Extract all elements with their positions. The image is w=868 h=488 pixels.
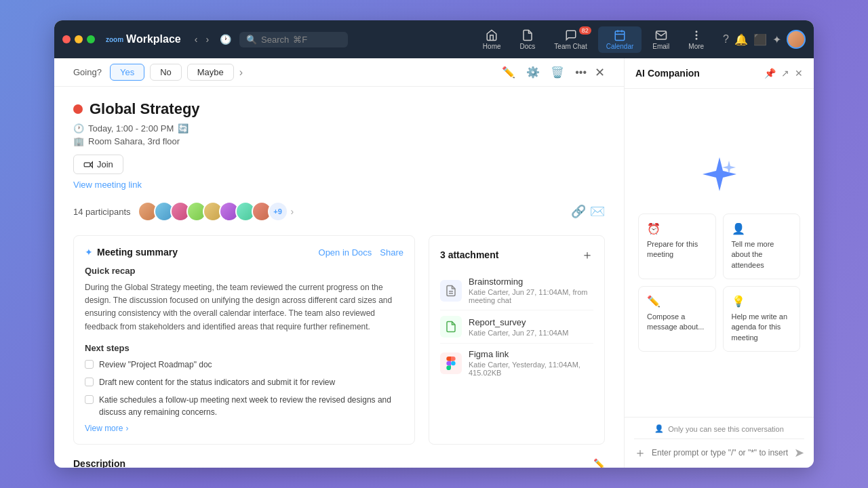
ai-privacy-text: Only you can see this conversation: [668, 425, 784, 433]
event-color-dot: [73, 104, 83, 114]
settings-gear-icon[interactable]: ⚙️: [526, 66, 540, 79]
person-icon: 👤: [732, 222, 792, 235]
no-button[interactable]: No: [150, 64, 182, 81]
attachments-header: 3 attachment ＋: [440, 247, 593, 263]
attachment-info: Figma link Katie Carter, Yesterday, 11:0…: [469, 349, 593, 377]
event-toolbar: Going? Yes No Maybe › ✏️ ⚙️ 🗑️ ••• ✕: [54, 58, 624, 87]
trash-icon[interactable]: 🗑️: [551, 66, 564, 79]
nav-docs[interactable]: Docs: [512, 26, 544, 53]
chevron-more-icon[interactable]: ›: [239, 66, 243, 79]
join-icon: [83, 160, 93, 169]
center-panel: Going? Yes No Maybe › ✏️ ⚙️ 🗑️ ••• ✕ Glo…: [54, 58, 624, 468]
copy-link-icon[interactable]: 🔗: [571, 204, 586, 219]
nav-home[interactable]: Home: [475, 26, 509, 53]
search-box[interactable]: 🔍 Search ⌘F: [239, 32, 348, 47]
ai-suggestion-text: Help me write an agenda for this meeting: [732, 312, 792, 343]
ai-pin-icon[interactable]: 📌: [764, 68, 776, 79]
recurring-icon: 🔄: [178, 123, 189, 134]
description-header: Description ✏️: [73, 458, 605, 468]
more-options-icon[interactable]: •••: [575, 66, 587, 79]
edit-description-icon[interactable]: ✏️: [593, 458, 605, 468]
open-in-docs-link[interactable]: Open in Docs: [319, 247, 372, 258]
attachment-meta: Katie Carter, Jun 27, 11:04AM: [469, 329, 593, 337]
ai-add-button[interactable]: ＋: [634, 445, 646, 461]
settings-icon[interactable]: ⬛: [753, 33, 767, 46]
ai-prompt-input[interactable]: [652, 448, 789, 458]
nav-more-label: More: [688, 43, 704, 50]
nav-more[interactable]: More: [680, 26, 712, 53]
yes-button[interactable]: Yes: [110, 64, 144, 81]
participant-action-icons: 🔗 ✉️: [571, 204, 605, 219]
ai-suggestion-compose[interactable]: ✏️ Compose a message about...: [638, 286, 716, 352]
next-step-item: Katie schedules a follow-up meeting next…: [85, 394, 403, 418]
back-arrow[interactable]: ‹: [192, 33, 201, 46]
join-label: Join: [97, 159, 113, 169]
ai-close-icon[interactable]: ✕: [795, 68, 803, 79]
history-button[interactable]: 🕐: [220, 34, 231, 45]
ai-send-button[interactable]: ➤: [794, 445, 804, 460]
ai-suggestion-text: Tell me more about the attendees: [732, 239, 792, 270]
meeting-summary-section: ✦ Meeting summary Open in Docs Share Qui…: [73, 235, 415, 445]
join-button[interactable]: Join: [73, 155, 123, 174]
ai-icon[interactable]: ✦: [772, 33, 781, 46]
help-icon[interactable]: ?: [723, 33, 729, 45]
pencil-square-icon: ✏️: [647, 295, 707, 308]
participants-chevron-icon[interactable]: ›: [291, 206, 294, 217]
maximize-traffic-light[interactable]: [87, 35, 95, 43]
two-col-section: ✦ Meeting summary Open in Docs Share Qui…: [73, 235, 605, 445]
ai-suggestion-attendees[interactable]: 👤 Tell me more about the attendees: [723, 214, 801, 279]
notifications-icon[interactable]: 🔔: [734, 33, 748, 46]
checkbox[interactable]: [85, 395, 94, 404]
svg-point-6: [696, 38, 697, 39]
attachment-item[interactable]: Figma link Katie Carter, Yesterday, 11:0…: [440, 344, 593, 382]
checkbox[interactable]: [85, 360, 94, 369]
nav-email[interactable]: Email: [644, 26, 677, 53]
svg-marker-8: [90, 161, 93, 167]
nav-home-label: Home: [483, 43, 501, 50]
description-section: Description ✏️ Hi team, I would love us …: [73, 458, 605, 468]
checkbox[interactable]: [85, 378, 94, 386]
forward-arrow[interactable]: ›: [203, 33, 212, 46]
main-nav: Home Docs 82 Team Chat Calendar Email: [475, 26, 712, 53]
minimize-traffic-light[interactable]: [75, 35, 83, 43]
view-meeting-link[interactable]: View meeting link: [73, 180, 142, 190]
close-traffic-light[interactable]: [62, 35, 71, 43]
clock-icon: 🕐: [73, 123, 84, 134]
ai-privacy-notice: 👤 Only you can see this conversation: [634, 424, 804, 433]
user-avatar[interactable]: [787, 30, 806, 49]
ai-external-icon[interactable]: ↗: [781, 68, 789, 79]
svg-rect-7: [84, 163, 90, 167]
ai-suggestion-prepare[interactable]: ⏰ Prepare for this meeting: [638, 214, 716, 279]
event-meta: 🕐 Today, 1:00 - 2:00 PM 🔄 🏢 Room Sahara,…: [73, 123, 605, 146]
lightbulb-icon: 💡: [732, 295, 792, 308]
team-chat-badge: 82: [579, 26, 591, 35]
share-link[interactable]: Share: [380, 247, 403, 258]
zoom-label: zoom: [106, 36, 123, 43]
pencil-icon[interactable]: ✏️: [502, 66, 515, 79]
nav-calendar[interactable]: Calendar: [598, 26, 642, 53]
nav-docs-label: Docs: [520, 43, 536, 50]
participants-count: 14 participants: [73, 207, 131, 217]
event-time-row: 🕐 Today, 1:00 - 2:00 PM 🔄: [73, 123, 605, 134]
maybe-button[interactable]: Maybe: [187, 64, 234, 81]
view-more-link[interactable]: View more ›: [85, 424, 403, 433]
ai-header-icons: 📌 ↗ ✕: [764, 68, 803, 79]
quick-recap-title: Quick recap: [85, 266, 403, 276]
email-participants-icon[interactable]: ✉️: [590, 204, 605, 219]
nav-team-chat[interactable]: 82 Team Chat: [546, 26, 595, 53]
attachment-icon-figma: [440, 352, 462, 374]
attachment-item[interactable]: Report_survey Katie Carter, Jun 27, 11:0…: [440, 310, 593, 344]
ai-suggestion-agenda[interactable]: 💡 Help me write an agenda for this meeti…: [723, 286, 801, 352]
svg-rect-0: [615, 31, 625, 41]
summary-links: Open in Docs Share: [319, 247, 403, 258]
attachment-name: Brainstorming: [469, 277, 593, 287]
attachments-title: 3 attachment: [440, 249, 498, 260]
add-attachment-button[interactable]: ＋: [581, 247, 593, 263]
attachment-item[interactable]: Brainstorming Katie Carter, Jun 27, 11:0…: [440, 271, 593, 310]
next-step-item: Draft new content for the status indicat…: [85, 376, 403, 388]
close-button[interactable]: ✕: [595, 65, 605, 80]
description-title: Description: [73, 458, 125, 468]
svg-point-5: [696, 35, 697, 36]
quick-recap-text: During the Global Strategy meeting, the …: [85, 281, 403, 333]
more-participants-badge[interactable]: +9: [268, 201, 288, 222]
